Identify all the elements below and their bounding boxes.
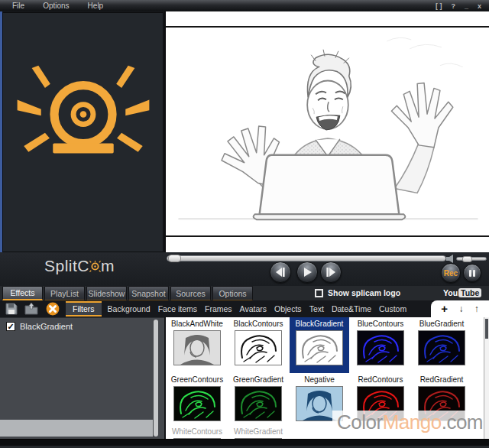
filter-thumbnail-selected[interactable]: BlackGradient xyxy=(290,317,349,373)
watermark-color: Color xyxy=(337,411,383,433)
subtab-background[interactable]: Background xyxy=(104,304,154,313)
filter-thumbnail[interactable]: BlackContours xyxy=(228,317,288,373)
record-label: Rec xyxy=(444,269,458,278)
window-bottom-border xyxy=(0,439,489,448)
tab-sources[interactable]: Sources xyxy=(170,286,211,300)
wordmark-cam-icon xyxy=(89,261,101,272)
filter-thumbnail[interactable]: WhiteContours xyxy=(167,425,227,439)
maximize-button[interactable]: [ ] xyxy=(436,2,442,10)
subtab-datetime[interactable]: Date&Time xyxy=(328,304,375,313)
subtab-custom[interactable]: Custom xyxy=(375,304,410,313)
save-floppy-icon xyxy=(5,303,18,315)
youtube-you: You xyxy=(443,288,458,297)
pause-bar xyxy=(469,270,471,277)
pause-button[interactable] xyxy=(463,264,481,282)
tab-options[interactable]: Options xyxy=(212,286,253,300)
filter-label: BlackGradient xyxy=(290,320,349,329)
wordmark-right: m xyxy=(101,257,115,275)
filter-preview xyxy=(173,386,221,421)
step-forward-icon xyxy=(325,267,336,278)
youtube-logo[interactable]: YouTube xyxy=(443,288,481,297)
sketch-video-still xyxy=(166,28,489,235)
wordmark-left: SplitC xyxy=(44,257,89,275)
list-control-corner: + ↓ ↑ xyxy=(431,300,489,317)
subtab-avatars[interactable]: Avatars xyxy=(236,304,270,313)
filter-label: BlueContours xyxy=(351,320,410,329)
filter-label: BlackContours xyxy=(228,320,288,329)
menu-file[interactable]: File xyxy=(6,1,31,11)
help-button[interactable]: ? xyxy=(451,2,455,10)
subtab-objects[interactable]: Objects xyxy=(270,304,306,313)
minimize-button[interactable]: _ xyxy=(465,2,468,10)
filter-preview xyxy=(296,330,343,365)
show-logo-toggle[interactable]: Show splicam logo xyxy=(315,288,400,297)
effects-toolbar: Filters Background Face items Frames Ava… xyxy=(0,300,489,317)
close-button[interactable]: x xyxy=(478,2,481,10)
filter-label: BlueGradient xyxy=(412,320,471,329)
filter-row: BlackAndWhite BlackContours BlackGradien… xyxy=(166,317,471,373)
tab-playlist[interactable]: PlayList xyxy=(44,286,85,300)
filter-label: RedContours xyxy=(351,375,410,385)
subtab-text[interactable]: Text xyxy=(306,304,328,313)
move-up-button[interactable]: ↑ xyxy=(474,304,479,313)
speaker-icon xyxy=(446,255,454,263)
seek-handle[interactable] xyxy=(168,255,181,262)
horizontal-scrollbar[interactable] xyxy=(0,420,153,437)
import-button[interactable] xyxy=(24,302,38,316)
volume-handle[interactable] xyxy=(462,256,472,262)
previous-frame-button[interactable] xyxy=(270,261,291,283)
show-logo-checkbox[interactable] xyxy=(315,289,323,297)
subtab-filters[interactable]: Filters xyxy=(66,301,102,317)
list-item[interactable]: ✓ BlackGradient xyxy=(6,322,164,331)
menubar: File Options Help [ ] ? _ x xyxy=(0,0,489,11)
video-frame xyxy=(166,26,489,237)
add-effect-button[interactable]: + xyxy=(441,304,448,313)
tab-snapshot[interactable]: Snapshot xyxy=(128,286,169,300)
filter-preview xyxy=(173,330,221,365)
show-logo-label: Show splicam logo xyxy=(328,288,400,297)
filter-label: GreenGradient xyxy=(228,375,288,385)
splitcam-window: File Options Help [ ] ? _ x xyxy=(0,0,489,448)
save-button[interactable] xyxy=(5,302,18,316)
filter-thumbnail[interactable]: WhiteGradient xyxy=(228,425,288,439)
next-frame-button[interactable] xyxy=(320,261,342,283)
play-button[interactable] xyxy=(296,261,318,283)
filter-thumbnail[interactable]: BlueGradient xyxy=(412,317,471,373)
filter-thumbnail[interactable]: GreenGradient xyxy=(228,373,288,429)
pause-bar xyxy=(473,270,475,277)
menu-help[interactable]: Help xyxy=(82,1,110,11)
video-preview-panel xyxy=(164,11,489,252)
filter-thumbnail[interactable]: GreenContours xyxy=(167,373,227,429)
filter-label: WhiteContours xyxy=(167,427,227,437)
watermark-mango: Mango xyxy=(383,411,442,433)
filter-preview xyxy=(357,330,404,365)
splitcam-wordmark: SplitC m xyxy=(44,257,115,275)
delete-button[interactable] xyxy=(46,302,60,316)
secondary-preview-panel xyxy=(2,12,164,252)
filter-label: BlackAndWhite xyxy=(167,320,227,329)
volume-slider[interactable] xyxy=(456,257,487,261)
vertical-scrollbar[interactable] xyxy=(154,320,158,437)
filter-label: WhiteGradient xyxy=(228,427,288,437)
gallery-scrollbar-thumb[interactable] xyxy=(485,319,488,339)
subtab-frames[interactable]: Frames xyxy=(201,304,236,313)
move-down-button[interactable]: ↓ xyxy=(458,304,463,313)
filter-category-tabs: Filters Background Face items Frames Ava… xyxy=(66,300,410,317)
youtube-tube: Tube xyxy=(458,288,481,297)
filter-preview xyxy=(235,386,282,421)
filter-thumbnail[interactable]: BlackAndWhite xyxy=(167,317,227,373)
tab-effects[interactable]: Effects xyxy=(2,286,43,300)
active-effects-list: ✓ BlackGradient xyxy=(0,317,164,439)
tab-slideshow[interactable]: Slideshow xyxy=(86,286,127,300)
window-controls: [ ] ? _ x xyxy=(436,2,489,10)
effect-checkbox[interactable]: ✓ xyxy=(6,322,15,331)
record-button[interactable]: Rec xyxy=(441,263,461,283)
filter-label: GreenContours xyxy=(167,375,227,385)
filter-thumbnail[interactable]: BlueContours xyxy=(351,317,410,373)
seek-bar[interactable] xyxy=(167,255,446,261)
filter-row: WhiteContours WhiteGradient xyxy=(166,425,288,439)
watermark-com: .com xyxy=(442,411,483,433)
gallery-scrollbar[interactable] xyxy=(484,317,489,439)
menu-options[interactable]: Options xyxy=(37,1,75,11)
subtab-face-items[interactable]: Face items xyxy=(154,304,201,313)
